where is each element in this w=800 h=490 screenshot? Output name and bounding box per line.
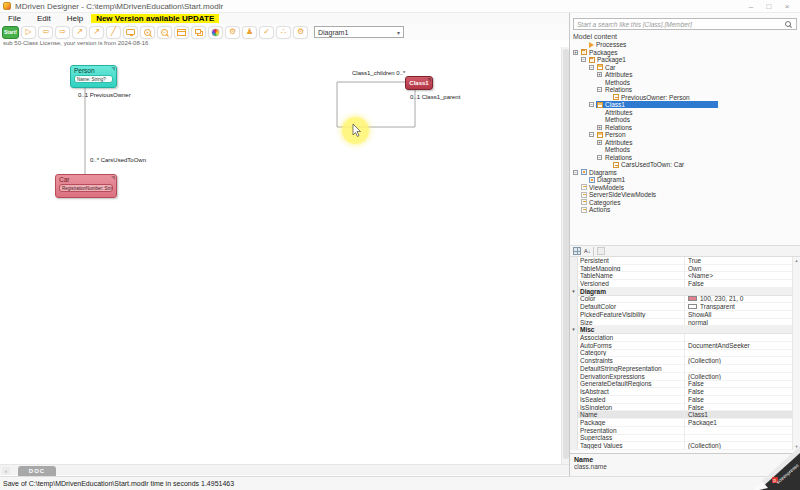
property-row-color[interactable]: Color100, 230, 21, 0 — [570, 296, 800, 304]
tree-expand-toggle[interactable]: − — [597, 87, 602, 92]
property-row-pickedfeaturevisibility[interactable]: PickedFeatureVisibilityShowAll — [570, 311, 800, 319]
goto-arrow-button[interactable]: ↗ — [72, 26, 87, 39]
property-row-superclass[interactable]: Superclass — [570, 435, 800, 443]
property-row-package[interactable]: PackagePackage1 — [570, 419, 800, 427]
start-button[interactable]: Start! — [2, 26, 19, 39]
property-row-versioned[interactable]: VersionedFalse — [570, 280, 800, 288]
tree-expand-toggle[interactable]: + — [597, 140, 602, 145]
diagram-canvas[interactable]: Person Name: String? Car RegistrationNum… — [0, 47, 561, 464]
scroll-left-arrow[interactable]: ‹ — [2, 467, 10, 475]
property-value[interactable]: normal — [685, 319, 800, 327]
alphabetical-sort-icon[interactable]: A↓ — [584, 248, 590, 254]
categorized-view-icon[interactable] — [573, 247, 581, 255]
property-value[interactable]: (Collection) — [685, 442, 800, 450]
property-value[interactable]: <Name> — [685, 272, 800, 280]
tree-item-car[interactable]: −Car — [570, 64, 800, 72]
property-value[interactable] — [685, 435, 800, 443]
property-value[interactable]: Transparent — [685, 303, 800, 311]
property-category-misc[interactable]: ▾Misc — [570, 326, 800, 334]
tree-expand-toggle[interactable]: + — [597, 72, 602, 77]
tree-expand-toggle[interactable]: − — [573, 170, 578, 175]
auto-layout-gears-button[interactable]: ⚙ — [225, 26, 240, 39]
property-row-category[interactable]: Category — [570, 350, 800, 358]
tree-expand-toggle[interactable]: + — [597, 125, 602, 130]
property-row-association[interactable]: Association — [570, 334, 800, 342]
property-category-diagram[interactable]: ▾Diagram — [570, 288, 800, 296]
property-value[interactable]: ShowAll — [685, 311, 800, 319]
tree-item-relations[interactable]: −Relations — [570, 154, 800, 162]
zoom-in-button[interactable]: + — [140, 26, 155, 39]
tree-item-diagram1[interactable]: Diagram1 — [570, 176, 800, 184]
tree-item-actions[interactable]: Actions — [570, 206, 800, 214]
property-value[interactable]: False — [685, 280, 800, 288]
tree-item-carsusedtoown-car[interactable]: CarsUsedToOwn: Car — [570, 161, 800, 169]
tree-item-class1[interactable]: −Class1 — [570, 101, 800, 109]
tree-item-processes[interactable]: Processes — [570, 41, 800, 49]
class-box-car[interactable]: Car RegistrationNumber: String? — [55, 174, 117, 198]
tree-item-attributes[interactable]: +Attributes — [570, 139, 800, 147]
tree-item-categories[interactable]: Categories — [570, 199, 800, 207]
property-row-tablename[interactable]: TableName<Name> — [570, 272, 800, 280]
property-value[interactable]: Package1 — [685, 419, 800, 427]
property-value[interactable] — [685, 350, 800, 358]
class-box-class1[interactable]: Class1 — [405, 76, 433, 90]
settings-gear-button[interactable]: ⚙ — [293, 26, 308, 39]
property-row-size[interactable]: Sizenormal — [570, 319, 800, 327]
property-value[interactable]: (Collection) — [685, 373, 800, 381]
tree-expand-toggle[interactable]: + — [573, 50, 578, 55]
property-row-defaultcolor[interactable]: DefaultColorTransparent — [570, 303, 800, 311]
draw-association-button[interactable]: ↗ — [89, 26, 104, 39]
close-button[interactable]: × — [778, 0, 796, 13]
class-attribute-chip[interactable]: RegistrationNumber: String? — [59, 184, 113, 192]
menu-edit[interactable]: Edit — [29, 14, 59, 23]
nav-forward-button[interactable]: ⇨ — [55, 26, 70, 39]
search-input[interactable] — [574, 21, 785, 28]
property-row-issingleton[interactable]: IsSingletonFalse — [570, 404, 800, 412]
tree-expand-toggle[interactable]: − — [597, 155, 602, 160]
tree-item-relations[interactable]: −Relations — [570, 86, 800, 94]
menu-file[interactable]: File — [0, 14, 29, 23]
class-attribute-chip[interactable]: Name: String? — [74, 75, 113, 83]
scroll-down-arrow[interactable]: ▼ — [793, 444, 800, 449]
menu-help[interactable]: Help — [59, 14, 91, 23]
overview-window-button[interactable] — [174, 26, 189, 39]
tree-item-previousowner-person[interactable]: PreviousOwner: Person — [570, 94, 800, 102]
tree-item-methods[interactable]: Methods — [570, 116, 800, 124]
scroll-up-arrow[interactable]: ▲ — [793, 258, 800, 263]
maximize-button[interactable]: □ — [760, 0, 778, 13]
run-play-button[interactable]: ▷ — [21, 26, 36, 39]
property-row-isabstract[interactable]: IsAbstractFalse — [570, 388, 800, 396]
tree-expand-toggle[interactable]: − — [581, 57, 586, 62]
property-row-derivationexpressions[interactable]: DerivationExpressions(Collection) — [570, 373, 800, 381]
property-value[interactable]: False — [685, 404, 800, 412]
diagram-windows-button[interactable] — [191, 26, 206, 39]
tree-item-methods[interactable]: Methods — [570, 146, 800, 154]
property-value[interactable]: Class1 — [685, 411, 800, 419]
tree-item-viewmodels[interactable]: ViewModels — [570, 184, 800, 192]
tree-item-attributes[interactable]: Attributes — [570, 109, 800, 117]
property-value[interactable] — [685, 365, 800, 373]
property-value[interactable]: True — [685, 257, 800, 265]
property-row-defaultstringrepresentation[interactable]: DefaultStringRepresentation — [570, 365, 800, 373]
draw-line-button[interactable]: ╱ — [106, 26, 121, 39]
search-icon[interactable] — [785, 21, 791, 27]
tree-item-package1[interactable]: −Package1 — [570, 56, 800, 64]
tree-item-methods[interactable]: Methods — [570, 79, 800, 87]
tree-expand-toggle[interactable]: − — [589, 102, 594, 107]
property-row-tagged-values[interactable]: Tagged Values(Collection) — [570, 442, 800, 450]
tree-item-serversideviewmodels[interactable]: ServerSideViewModels — [570, 191, 800, 199]
diagram-selector-combobox[interactable]: Diagram1 ▾ — [314, 26, 404, 38]
property-row-generatedefaultregions[interactable]: GenerateDefaultRegionsFalse — [570, 381, 800, 389]
validate-button[interactable]: ✓ — [259, 26, 274, 39]
color-wheel-button[interactable] — [208, 26, 223, 39]
property-row-tablemapping[interactable]: TableMappingOwn — [570, 265, 800, 273]
property-value[interactable]: Own — [685, 265, 800, 273]
property-row-persistent[interactable]: PersistentTrue — [570, 257, 800, 265]
zoom-out-button[interactable]: − — [157, 26, 172, 39]
property-row-issealed[interactable]: IsSealedFalse — [570, 396, 800, 404]
property-row-autoforms[interactable]: AutoFormsDocumentAndSeeker — [570, 342, 800, 350]
pattern-nodes-button[interactable]: ∴ — [276, 26, 291, 39]
tree-expand-toggle[interactable]: − — [589, 65, 594, 70]
property-row-presentation[interactable]: Presentation — [570, 427, 800, 435]
tree-item-packages[interactable]: +Packages — [570, 49, 800, 57]
